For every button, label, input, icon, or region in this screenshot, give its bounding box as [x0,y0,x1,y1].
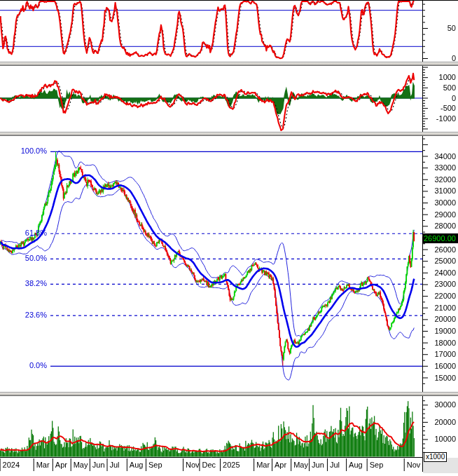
x-tick-label: Nov [407,461,421,470]
y-tick-label-momentum: 1000 [423,73,456,82]
x-tick-label: Nov [186,461,200,470]
x-tick-label: Mar [256,461,270,470]
chart-canvas[interactable] [0,0,458,476]
y-tick-label-stochastic: 50 [423,24,456,33]
y-tick-label-price: 25000 [423,257,456,266]
x-tick-label: Dec [202,461,216,470]
x-tick-label: Aug [130,461,144,470]
y-tick-label-price: 19000 [423,327,456,336]
y-tick-label-momentum: -500 [423,104,456,113]
x-tick-label: Apr [55,461,67,470]
y-tick-label-volume: 30000 [423,400,456,409]
y-tick-label-momentum: -1000 [423,114,456,123]
x-tick-label: 2024 [3,461,20,470]
fib-level-label: 100.0% [0,147,47,156]
panel-splitter-2[interactable] [0,132,458,136]
fib-level-label: 61.8% [0,229,47,238]
x-tick-label: 2025 [223,461,240,470]
fib-level-label: 38.2% [0,279,47,288]
x-tick-label: Jun [312,461,324,470]
x-tick-label: May [74,461,88,470]
y-tick-label-price: 26000 [423,245,456,254]
y-tick-label-price: 15000 [423,374,456,383]
x-tick-label: Sep [370,461,384,470]
fib-level-label: 23.6% [0,311,47,320]
y-tick-label-price: 31000 [423,186,456,196]
x-tick-label: Aug [349,461,363,470]
x-tick-label: Apr [275,461,286,470]
y-tick-label-price: 34000 [423,152,456,161]
x-tick-label: Sep [148,461,162,470]
y-tick-label-price: 23000 [423,280,456,289]
y-tick-label-volume: 10000 [423,435,456,444]
x-tick-label: Mar [36,461,50,470]
panel-splitter-1[interactable] [0,62,458,66]
x-tick-label: Jul [110,461,120,470]
fib-level-label: 50.0% [0,254,47,263]
y-tick-label-price: 30000 [423,198,456,208]
volume-unit-label: x1000 [424,452,447,462]
y-tick-label-price: 21000 [423,304,456,313]
y-tick-label-volume: 20000 [423,418,456,427]
y-tick-label-momentum: 500 [423,83,456,93]
last-price-readout: 26900.00 [423,233,458,243]
y-tick-label-price: 18000 [423,339,456,348]
x-tick-label: May [293,461,308,470]
chart-window: 50010005000-500-100034000330003200031000… [0,0,458,476]
y-tick-label-momentum: 0 [423,94,456,103]
y-tick-label-price: 28000 [423,222,456,231]
panel-splitter-3[interactable] [0,392,458,396]
x-tick-label: Jul [330,461,340,470]
y-tick-label-price: 24000 [423,268,456,278]
fib-level-label: 0.0% [0,361,47,370]
y-tick-label-price: 29000 [423,210,456,219]
y-tick-label-price: 16000 [423,362,456,371]
y-tick-label-price: 33000 [423,163,456,172]
y-tick-label-price: 22000 [423,292,456,301]
y-tick-label-price: 20000 [423,315,456,324]
y-tick-label-price: 32000 [423,175,456,184]
y-tick-label-price: 17000 [423,350,456,359]
x-tick-label: Jun [92,461,105,470]
